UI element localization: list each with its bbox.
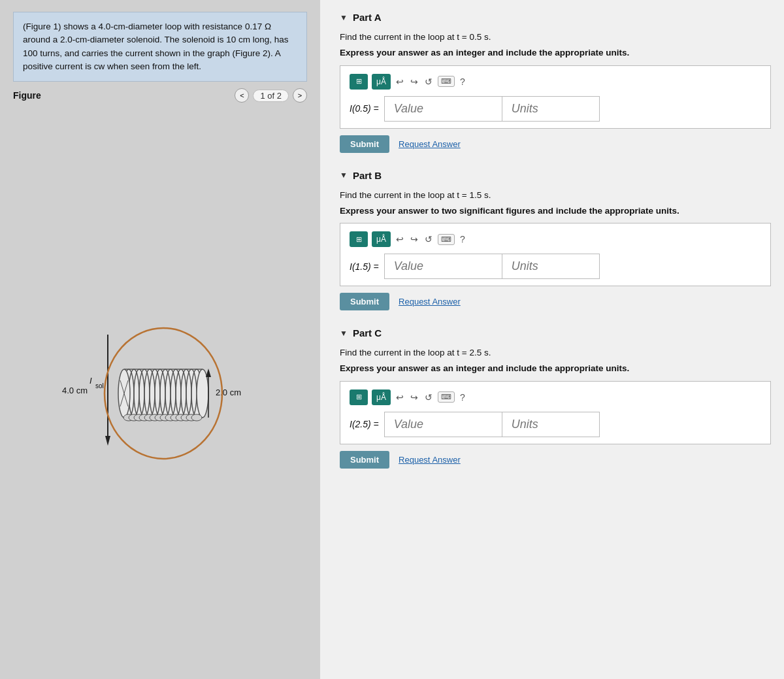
solenoid-coils [118,369,211,418]
matrix-icon: ⊞ [356,77,362,86]
part-a-keyboard-icon[interactable]: ⌨ [438,76,455,87]
part-a-mu-button[interactable]: μÅ [372,74,391,90]
part-a-submit-button[interactable]: Submit [340,135,389,153]
figure-nav: < 1 of 2 > [235,88,307,103]
part-c-undo-icon[interactable]: ↩ [395,392,405,403]
part-b-mu-label: μÅ [376,235,386,244]
part-c-value-input[interactable] [384,412,502,437]
part-c-mu-label: μÅ [376,393,386,402]
loop-diameter-label: 4.0 cm [62,386,88,395]
part-b-toolbar: ⊞ μÅ ↩ ↪ ↺ ⌨ ? [350,231,761,247]
svg-text:I: I [90,376,92,386]
part-b-collapse-arrow[interactable]: ▼ [340,171,348,180]
part-b-section: ▼ Part B Find the current in the loop at… [340,170,771,311]
part-b-header: ▼ Part B [340,170,771,181]
solenoid-diagram: I sol 4.0 cm 2.0 cm [49,299,271,475]
part-b-reset-icon[interactable]: ↺ [423,234,434,244]
figure-count: 1 of 2 [253,90,289,102]
part-b-instruction1: Find the current in the loop at t = 1.5 … [340,189,771,202]
part-a-input-row: I(0.5) = [350,96,761,122]
part-a-collapse-arrow[interactable]: ▼ [340,13,348,22]
part-a-input-label: I(0.5) = [350,103,379,114]
part-c-help-icon[interactable]: ? [460,392,465,403]
part-c-keyboard-icon[interactable]: ⌨ [438,391,455,403]
part-b-input-label: I(1.5) = [350,261,379,272]
part-a-title: Part A [353,12,382,23]
part-a-section: ▼ Part A Find the current in the loop at… [340,12,771,153]
part-b-help-icon[interactable]: ? [460,234,465,244]
part-c-matrix-button[interactable]: ⊞ [350,389,368,405]
prev-figure-button[interactable]: < [235,88,249,103]
svg-point-41 [191,414,202,421]
part-a-undo-icon[interactable]: ↩ [395,76,405,87]
part-b-request-answer-button[interactable]: Request Answer [399,297,461,306]
part-c-instruction2: Express your answer as an integer and in… [340,362,771,375]
part-a-answer-box: ⊞ μÅ ↩ ↪ ↺ ⌨ ? I(0.5) = [340,65,771,129]
part-b-units-input[interactable] [502,254,600,279]
part-a-help-icon[interactable]: ? [460,76,465,87]
svg-text:sol: sol [95,382,104,389]
part-c-matrix-icon: ⊞ [356,393,362,401]
problem-description: (Figure 1) shows a 4.0-cm-diameter loop … [13,12,307,82]
part-c-action-row: Submit Request Answer [340,451,771,469]
part-a-units-input[interactable] [502,96,600,122]
part-c-mu-button[interactable]: μÅ [372,389,391,405]
part-a-value-input[interactable] [384,96,502,122]
part-b-instruction2: Express your answer to two significant f… [340,205,771,218]
part-c-toolbar: ⊞ μÅ ↩ ↪ ↺ ⌨ ? [350,389,761,405]
part-b-value-input[interactable] [384,254,502,279]
part-c-section: ▼ Part C Find the current in the loop at… [340,327,771,469]
bottom-coils [123,414,202,421]
part-c-input-label: I(2.5) = [350,419,379,429]
svg-marker-27 [206,369,211,377]
part-c-collapse-arrow[interactable]: ▼ [340,329,348,338]
part-b-title: Part B [353,170,382,181]
part-b-keyboard-icon[interactable]: ⌨ [438,234,455,245]
part-b-matrix-button[interactable]: ⊞ [350,231,368,247]
part-b-submit-button[interactable]: Submit [340,293,389,310]
part-c-instruction1: Find the current in the loop at t = 2.5 … [340,346,771,359]
part-a-toolbar: ⊞ μÅ ↩ ↪ ↺ ⌨ ? [350,74,761,90]
part-c-reset-icon[interactable]: ↺ [423,392,434,403]
problem-text-content: (Figure 1) shows a 4.0-cm-diameter loop … [23,22,288,71]
figure-label: Figure [13,90,41,101]
part-b-action-row: Submit Request Answer [340,293,771,310]
part-a-redo-icon[interactable]: ↪ [409,76,419,87]
part-c-input-row: I(2.5) = [350,412,761,437]
part-a-matrix-button[interactable]: ⊞ [350,74,368,90]
part-b-undo-icon[interactable]: ↩ [395,234,405,244]
part-c-redo-icon[interactable]: ↪ [409,392,419,403]
part-c-title: Part C [353,327,382,339]
figure-label-row: Figure < 1 of 2 > [13,88,307,103]
part-b-input-row: I(1.5) = [350,254,761,279]
part-c-units-input[interactable] [502,412,600,437]
right-panel: ▼ Part A Find the current in the loop at… [320,0,784,679]
part-c-header: ▼ Part C [340,327,771,339]
figure-area: Figure < 1 of 2 > I sol 4.0 cm 2.0 cm [13,88,307,667]
figure-diagram: I sol 4.0 cm 2.0 cm [13,107,307,667]
part-a-instruction1: Find the current in the loop at t = 0.5 … [340,31,771,44]
part-b-answer-box: ⊞ μÅ ↩ ↪ ↺ ⌨ ? I(1.5) = [340,223,771,286]
part-b-mu-button[interactable]: μÅ [372,231,391,247]
part-a-reset-icon[interactable]: ↺ [423,76,434,87]
next-figure-button[interactable]: > [293,88,307,103]
part-b-matrix-icon: ⊞ [356,235,362,244]
left-panel: (Figure 1) shows a 4.0-cm-diameter loop … [0,0,320,679]
mu-label: μÅ [376,77,386,86]
part-a-header: ▼ Part A [340,12,771,23]
part-a-instruction2: Express your answer as an integer and in… [340,46,771,59]
part-a-action-row: Submit Request Answer [340,135,771,153]
part-b-redo-icon[interactable]: ↪ [409,234,419,244]
svg-marker-1 [105,436,110,446]
part-c-answer-box: ⊞ μÅ ↩ ↪ ↺ ⌨ ? I(2.5) = [340,381,771,444]
solenoid-diameter-label: 2.0 cm [216,388,241,397]
part-c-request-answer-button[interactable]: Request Answer [399,455,461,465]
part-c-submit-button[interactable]: Submit [340,451,389,469]
part-a-request-answer-button[interactable]: Request Answer [399,139,461,149]
